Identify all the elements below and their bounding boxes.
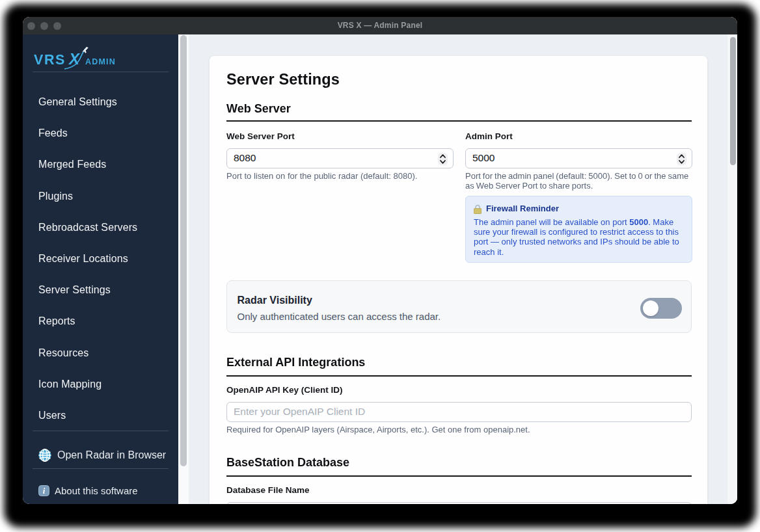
svg-text:ADMIN: ADMIN [85,57,116,66]
svg-text:VRS: VRS [34,52,66,68]
svg-text:i: i [43,486,46,496]
